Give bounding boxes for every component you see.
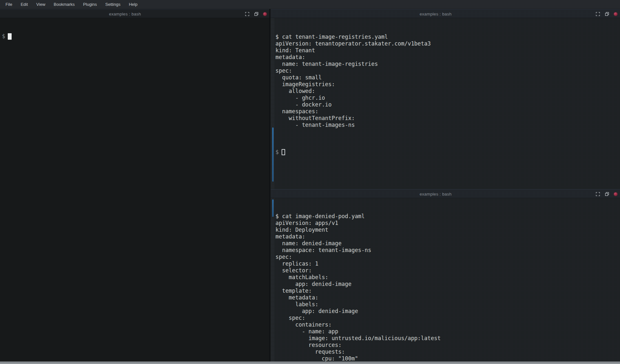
terminal-cursor-inactive [282,149,285,155]
maximize-view-icon[interactable] [596,12,600,16]
terminal-output: $ cat tenant-image-registries.yaml apiVe… [271,32,620,128]
pane-title: examples : bash [271,189,601,198]
terminal-screen[interactable]: $ cat tenant-image-registries.yaml apiVe… [271,18,620,169]
terminal-cursor [8,33,12,40]
close-view-button[interactable] [614,192,617,196]
split-view-icon[interactable] [605,12,609,16]
pane-title: examples : bash [0,9,250,18]
pane-header: examples : bash [271,189,620,198]
close-view-button[interactable] [614,12,617,16]
split-view-icon[interactable] [254,12,258,16]
terminal-screen[interactable]: $ cat image-denied-pod.yaml apiVersion: … [271,198,620,364]
menu-edit[interactable]: Edit [16,0,32,8]
terminal-output: $ cat image-denied-pod.yaml apiVersion: … [271,212,620,364]
close-view-button[interactable] [263,12,267,16]
menu-help[interactable]: Help [125,0,142,8]
menu-file[interactable]: File [1,0,16,8]
terminal-screen[interactable]: $ [0,18,269,53]
shell-prompt: $ [2,33,5,40]
terminal-pane-bottom-right[interactable]: examples : bash $ cat image-denied-pod.y… [271,189,620,361]
pane-title: examples : bash [271,9,601,18]
pane-header: examples : bash [0,9,269,18]
menu-plugins[interactable]: Plugins [79,0,101,8]
menu-view[interactable]: View [32,0,49,8]
maximize-view-icon[interactable] [245,12,249,16]
terminal-pane-left[interactable]: examples : bash $ [0,9,270,361]
menu-bar: File Edit View Bookmarks Plugins Setting… [0,0,620,9]
pane-header: examples : bash [271,9,620,18]
menu-settings[interactable]: Settings [101,0,125,8]
window-bottom-edge [0,361,620,364]
menu-bookmarks[interactable]: Bookmarks [49,0,79,8]
split-view-icon[interactable] [605,192,609,196]
terminal-pane-top-right[interactable]: examples : bash $ cat tenant-image-regis… [271,9,620,189]
shell-prompt: $ [275,149,279,156]
maximize-view-icon[interactable] [596,192,600,196]
